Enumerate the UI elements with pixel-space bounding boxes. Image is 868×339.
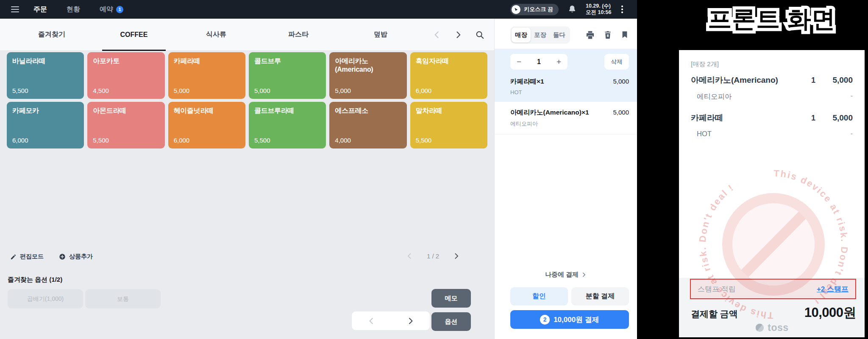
favorite-option-button[interactable]: 보통 (85, 289, 161, 308)
product-name: 콜드브루 (254, 57, 281, 66)
category-tab[interactable]: 식사류 (175, 19, 257, 50)
total-label: 결제할 금액 (691, 308, 738, 320)
product-name: 아포카토 (93, 57, 120, 66)
options-prev-icon[interactable] (367, 317, 376, 325)
edit-mode-button[interactable]: 편집모드 (10, 253, 44, 261)
topnav-item[interactable]: 주문 (33, 5, 47, 14)
product-tile[interactable]: 콜드브루라떼 5,500 (249, 102, 326, 148)
order-type-option[interactable]: 매장 (512, 28, 531, 42)
front-item-name: 아메리카노(Americano) (691, 75, 796, 86)
pay-later-link[interactable]: 나중에 결제 (495, 271, 637, 279)
grid-next-icon[interactable] (453, 252, 460, 260)
product-tile[interactable]: 말차라떼 5,500 (410, 102, 487, 148)
time-label: 오전 10:56 (586, 9, 611, 16)
topnav-item-label: 예약 (100, 5, 113, 14)
cart-item-list: − 1 + 삭제 카페라떼×1 5,000 HOT − 1 (495, 49, 637, 134)
grid-pagination: 1 / 2 (406, 252, 460, 260)
product-price: 5,000 (254, 87, 270, 94)
pay-later-label: 나중에 결제 (545, 271, 579, 279)
cart-item[interactable]: − 1 + 삭제 카페라떼×1 5,000 HOT (495, 49, 637, 102)
product-tile[interactable]: 바닐라라떼 5,500 (7, 52, 84, 99)
category-tab[interactable]: 덮밥 (339, 19, 422, 50)
split-payment-button[interactable]: 분할 결제 (571, 287, 629, 305)
favorite-options-title: 즐겨찾는 옵션 (1/2) (8, 276, 62, 284)
tab-controls (433, 30, 484, 39)
cart-item-name: 아메리카노(Americano)×1 (510, 108, 589, 117)
bookmark-icon[interactable] (620, 30, 629, 40)
front-item-main: 아메리카노(Americano) 1 5,000 (691, 75, 853, 86)
product-tile[interactable]: 카페라떼 5,000 (168, 52, 245, 99)
toss-brand: toss (679, 322, 865, 333)
product-price: 5,000 (335, 87, 351, 94)
add-product-button[interactable]: 상품추가 (59, 253, 93, 261)
notification-bell-icon[interactable] (568, 5, 577, 14)
kiosk-toggle-button[interactable]: 키오스크 끔 (510, 4, 559, 15)
kiosk-icon (512, 5, 520, 14)
product-name: 콜드브루라떼 (254, 106, 294, 115)
favorite-option-button[interactable]: 곱배기(1,000) (8, 289, 83, 308)
cart-item-option: HOT (510, 89, 629, 95)
stamp-value-link[interactable]: +2 스탬프 (817, 284, 849, 294)
delete-item-button[interactable]: 삭제 (604, 54, 629, 70)
topnav-item-label: 주문 (33, 5, 47, 14)
trash-icon[interactable] (603, 30, 612, 40)
tabs-next-icon[interactable] (454, 31, 462, 39)
front-screen-item: 아메리카노(Americano) 1 5,000 에티오피아 - (691, 75, 853, 101)
cart-header: 매장 포장 둘다 (510, 26, 629, 44)
product-price: 6,000 (174, 137, 190, 144)
product-tile[interactable]: 카페모카 6,000 (7, 102, 84, 148)
product-name: 흑임자라떼 (416, 57, 449, 66)
product-price: 6,000 (416, 87, 432, 94)
pay-button[interactable]: 2 10,000원 결제 (510, 310, 629, 329)
topbar-right: 키오스크 끔 10.29. (수) 오전 10:56 (510, 3, 624, 16)
pencil-icon (10, 254, 17, 260)
category-tab-label: 즐겨찾기 (38, 30, 65, 39)
cart-item[interactable]: − 1 + 삭제 아메리카노(Americano)×1 5,000 에티오피아 (495, 102, 637, 134)
front-screen-items: 아메리카노(Americano) 1 5,000 에티오피아 - 카페라떼 1 … (691, 75, 853, 149)
pay-button-label: 10,000원 결제 (554, 315, 599, 325)
total-row: 결제할 금액 10,000원 (691, 304, 856, 322)
category-tab[interactable]: 파스타 (257, 19, 339, 50)
front-item-qty: 1 (796, 114, 815, 123)
product-grid: 바닐라라떼 5,500 아포카토 4,500 카페라떼 5,000 콜드브루 5… (7, 52, 487, 148)
top-navigation: 주문 현황 예약 1 (33, 0, 123, 19)
cart-header-icons (585, 30, 629, 40)
discount-button[interactable]: 할인 (510, 287, 568, 305)
order-type-option[interactable]: 포장 (531, 28, 550, 42)
product-tile[interactable]: 에스프레소 4,000 (329, 102, 406, 148)
topnav-item[interactable]: 현황 (67, 5, 80, 14)
kebab-menu-icon[interactable] (620, 4, 624, 14)
topnav-item-label: 현황 (67, 5, 80, 14)
product-name: 바닐라라떼 (12, 57, 46, 66)
quantity-increase-button[interactable]: + (556, 58, 561, 66)
datetime: 10.29. (수) 오전 10:56 (586, 3, 611, 16)
topnav-item[interactable]: 예약 1 (100, 5, 123, 14)
topbar: 주문 현황 예약 1 키오스크 끔 (0, 0, 637, 19)
category-tab[interactable]: COFFEE (93, 19, 175, 50)
product-tile[interactable]: 헤이즐넛라떼 6,000 (168, 102, 245, 148)
secondary-actions-row: 할인 분할 결제 (510, 287, 629, 305)
category-tab[interactable]: 즐겨찾기 (11, 19, 93, 50)
quantity-decrease-button[interactable]: − (517, 58, 521, 66)
category-tabs: 즐겨찾기 COFFEE 식사류 파스타 덮밥 (11, 19, 422, 50)
order-type-option[interactable]: 둘다 (550, 28, 569, 42)
option-button[interactable]: 옵션 (431, 312, 471, 331)
search-icon[interactable] (475, 30, 484, 39)
cart-item-price: 5,000 (613, 78, 629, 85)
tabs-prev-icon[interactable] (433, 31, 441, 39)
product-tile[interactable]: 흑임자라떼 6,000 (410, 52, 487, 99)
product-tile[interactable]: 아메리카노(Americano) 5,000 (329, 52, 406, 99)
grid-prev-icon[interactable] (406, 252, 413, 260)
printer-icon[interactable] (585, 30, 595, 40)
pay-item-count-badge: 2 (540, 315, 550, 325)
memo-button[interactable]: 메모 (431, 289, 471, 308)
product-tile[interactable]: 아포카토 4,500 (87, 52, 164, 99)
product-price: 4,500 (93, 87, 109, 94)
front-item-price: 5,000 (815, 76, 853, 85)
product-name: 헤이즐넛라떼 (174, 106, 214, 115)
hamburger-menu-icon[interactable] (11, 6, 19, 12)
front-item-qty: 1 (796, 76, 815, 85)
product-tile[interactable]: 아몬드라떼 5,500 (87, 102, 164, 148)
options-next-icon[interactable] (406, 317, 415, 325)
product-tile[interactable]: 콜드브루 5,000 (249, 52, 326, 99)
